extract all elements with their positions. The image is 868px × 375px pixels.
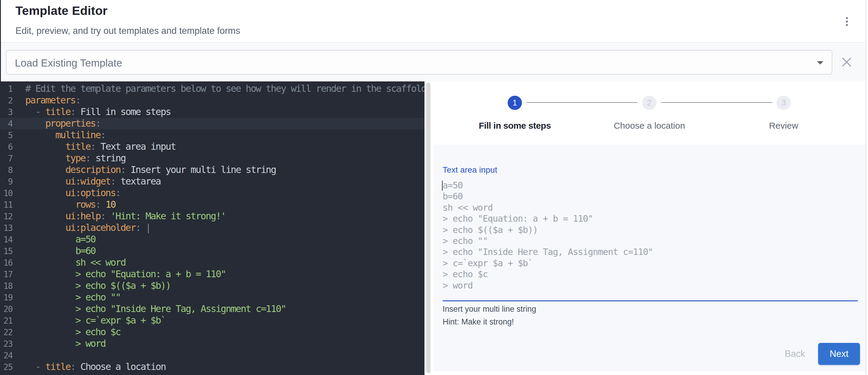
code-line: 9 ui:widget: textarea — [0, 176, 425, 187]
line-number: 18 — [0, 280, 12, 292]
line-number: 8 — [0, 164, 12, 176]
placeholder-line: > echo "Inside Here Tag, Assignment c=11… — [443, 246, 858, 257]
page-title: Template Editor — [16, 4, 107, 18]
line-number: 7 — [0, 153, 12, 164]
line-number: 5 — [0, 130, 12, 141]
code-line: 16 sh << word — [0, 257, 425, 268]
line-number: 24 — [0, 350, 12, 361]
line-number: 13 — [0, 222, 12, 234]
placeholder-line: > echo "" — [443, 235, 858, 246]
placeholder-line: > c=`expr $a + $b` — [443, 258, 858, 269]
code-line: 14 a=50 — [0, 233, 425, 245]
code-line: 13 ui:placeholder: | — [0, 222, 425, 233]
line-number: 4 — [0, 118, 12, 130]
more-vert-icon — [842, 11, 852, 30]
code-line: 22 > echo $c — [0, 326, 425, 338]
close-icon — [842, 57, 852, 67]
code-line: 25 - title: Choose a location — [0, 361, 425, 373]
next-button[interactable]: Next — [818, 343, 860, 365]
template-select-bar: Load Existing Template — [0, 43, 866, 82]
code-line: 5 multiline: — [0, 129, 425, 141]
line-number: 3 — [0, 106, 12, 118]
step-icon: 2 — [642, 96, 656, 110]
line-number: 19 — [0, 292, 12, 303]
code-line: 11 rows: 10 — [0, 199, 425, 210]
code-line: 3 - title: Fill in some steps — [0, 106, 425, 118]
code-line: 18 > echo $(($a + $b)) — [0, 280, 425, 291]
field-help-text: Hint: Make it strong! — [443, 317, 514, 326]
field-label: Text area input — [443, 165, 497, 175]
code-line: 19 > echo "" — [0, 291, 425, 303]
field-description: Insert your multi line string — [443, 305, 536, 314]
left-edge-accent — [0, 0, 1, 82]
line-number: 20 — [0, 303, 12, 315]
step-connector — [661, 102, 772, 103]
code-line: 1# Edit the template parameters below to… — [0, 83, 425, 94]
placeholder-line: sh << word — [443, 202, 858, 213]
load-template-select-value: Load Existing Template — [15, 57, 122, 69]
code-line: 21 > c=`expr $a + $b` — [0, 315, 425, 326]
line-number: 1 — [0, 83, 12, 95]
stepper: 1Fill in some steps2Choose a location3Re… — [434, 82, 866, 145]
step-icon: 3 — [776, 96, 791, 110]
line-number: 11 — [0, 199, 12, 211]
line-number: 23 — [0, 338, 12, 350]
step-connector — [527, 102, 638, 103]
line-number: 17 — [0, 269, 12, 280]
page-scrollbar-track[interactable] — [866, 0, 868, 375]
step-icon: 1 — [508, 96, 522, 110]
dropdown-arrow-icon — [817, 61, 824, 64]
placeholder-line: a=50 — [443, 180, 858, 191]
line-number: 15 — [0, 245, 12, 257]
placeholder-line: > echo $(($a + $b)) — [443, 224, 858, 235]
placeholder-line: > echo $c — [443, 269, 858, 280]
form-preview-pane: 1Fill in some steps2Choose a location3Re… — [434, 82, 866, 375]
more-options-button[interactable] — [836, 10, 858, 31]
load-template-select[interactable]: Load Existing Template — [6, 50, 832, 74]
line-number: 10 — [0, 187, 12, 199]
placeholder-line: > word — [443, 280, 858, 291]
code-line: 12 ui:help: 'Hint: Make it strong!' — [0, 210, 425, 222]
multiline-textarea[interactable]: a=50b=60sh << word> echo "Equation: a + … — [443, 180, 858, 291]
line-number: 16 — [0, 257, 12, 269]
code-line: 24 — [0, 349, 425, 361]
code-line: 6 title: Text area input — [0, 141, 425, 152]
line-number: 9 — [0, 176, 12, 187]
code-line: 23 > word — [0, 338, 425, 349]
header: Template Editor Edit, preview, and try o… — [0, 0, 866, 43]
back-button[interactable]: Back — [771, 343, 819, 365]
code-content: 1# Edit the template parameters below to… — [0, 83, 425, 373]
code-line: 4 properties: — [0, 118, 425, 129]
template-editor-page: Template Editor Edit, preview, and try o… — [0, 0, 868, 375]
code-line: 20 > echo "Inside Here Tag, Assignment c… — [0, 303, 425, 315]
placeholder-line: b=60 — [443, 191, 858, 202]
code-line: 7 type: string — [0, 152, 425, 164]
code-line: 15 b=60 — [0, 245, 425, 257]
code-editor[interactable]: 1# Edit the template parameters below to… — [0, 82, 425, 375]
step-label: Review — [694, 120, 868, 131]
page-subtitle: Edit, preview, and try out templates and… — [16, 26, 240, 36]
line-number: 22 — [0, 326, 12, 338]
line-number: 25 — [0, 361, 12, 373]
code-line: 17 > echo "Equation: a + b = 110" — [0, 268, 425, 280]
line-number: 14 — [0, 234, 12, 245]
line-number: 6 — [0, 141, 12, 153]
line-number: 2 — [0, 95, 12, 106]
placeholder-line: > echo "Equation: a + b = 110" — [443, 213, 858, 224]
line-number: 21 — [0, 315, 12, 326]
form-panel: Text area input a=50b=60sh << word> echo… — [434, 145, 866, 371]
close-button[interactable] — [836, 52, 857, 73]
text-cursor — [442, 181, 443, 191]
line-number: 12 — [0, 211, 12, 222]
code-line: 10 ui:options: — [0, 187, 425, 199]
textarea-focus-underline — [443, 301, 858, 301]
code-line: 2parameters: — [0, 94, 425, 106]
code-line: 8 description: Insert your multi line st… — [0, 164, 425, 176]
